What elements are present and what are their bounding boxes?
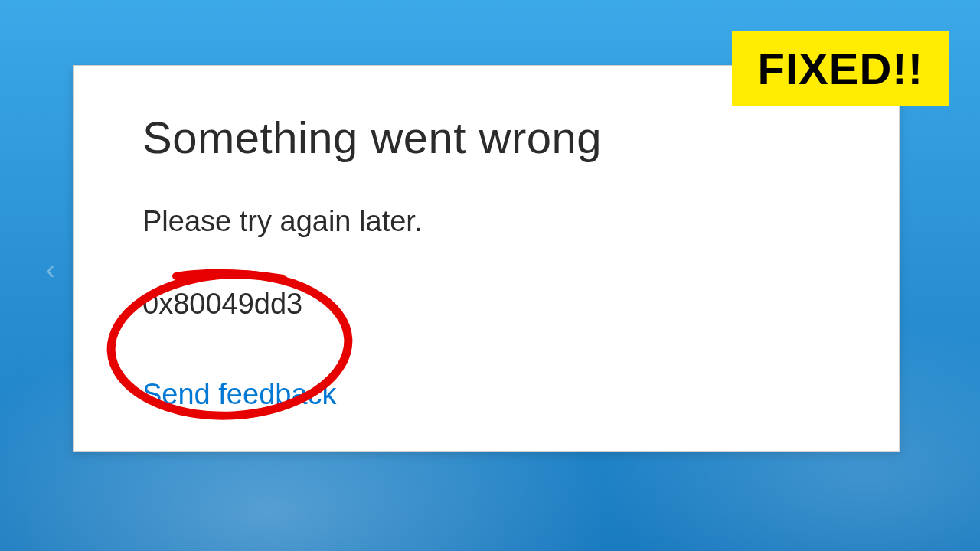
dialog-title: Something went wrong — [142, 112, 830, 163]
dialog-message: Please try again later. — [142, 205, 830, 238]
error-dialog: Something went wrong Please try again la… — [73, 65, 900, 452]
send-feedback-link[interactable]: Send feedback — [142, 378, 337, 411]
error-code: 0x80049dd3 — [142, 288, 830, 321]
dialog-content: Something went wrong Please try again la… — [74, 66, 899, 442]
previous-arrow[interactable]: ‹ — [46, 256, 55, 284]
fixed-badge: FIXED!! — [732, 31, 949, 106]
